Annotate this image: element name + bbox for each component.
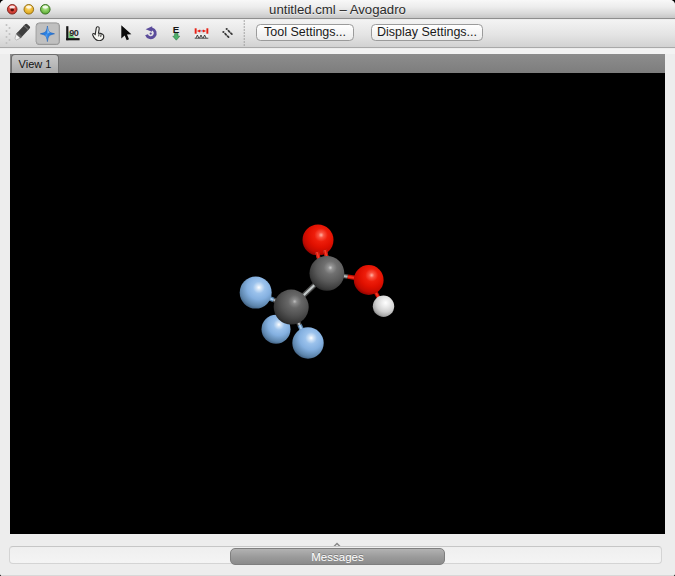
svg-text:90: 90 <box>69 28 79 38</box>
